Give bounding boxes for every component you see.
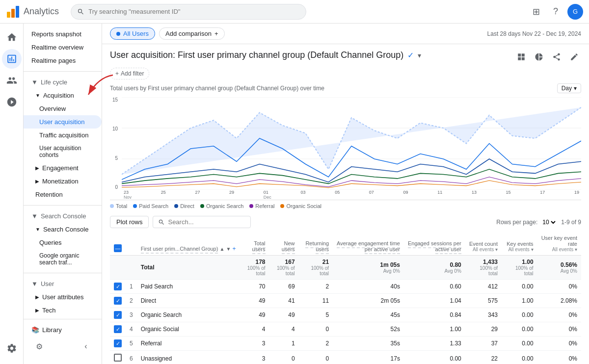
- th-new-users[interactable]: Newusers: [269, 232, 299, 256]
- row-label[interactable]: Unassigned: [137, 351, 240, 364]
- sidebar-people-icon[interactable]: [2, 71, 22, 90]
- th-avg-engagement-label: Average engagement timeper active user: [337, 240, 400, 254]
- row-label[interactable]: Paid Search: [137, 280, 240, 294]
- all-users-btn[interactable]: All Users: [110, 27, 155, 40]
- user-avatar[interactable]: G: [567, 4, 583, 20]
- plot-rows-btn[interactable]: Plot rows: [110, 216, 149, 228]
- nav-user-section[interactable]: ▼ User: [24, 277, 102, 290]
- legend-total[interactable]: Total: [110, 203, 127, 209]
- row-cb-cell[interactable]: ✓: [110, 308, 126, 322]
- row-label[interactable]: Referral: [137, 337, 240, 351]
- add-comparison-btn[interactable]: Add comparison +: [159, 27, 225, 40]
- legend-direct[interactable]: Direct: [174, 203, 194, 209]
- nav-monetization-group[interactable]: ▶ Monetization: [24, 175, 102, 188]
- sidebar-target-icon[interactable]: [2, 92, 22, 112]
- th-returning-users-label: Returningusers: [305, 240, 329, 254]
- th-user-key-event-rate-sub[interactable]: All events ▾: [541, 247, 577, 252]
- row-checkbox[interactable]: ✓: [114, 283, 122, 290]
- row-cb-cell[interactable]: [110, 351, 126, 364]
- nav-user-acquisition-cohorts[interactable]: User acquisition cohorts: [24, 142, 102, 161]
- engagement-label: Engagement: [42, 164, 79, 172]
- row-key-events: 0.00: [502, 308, 537, 322]
- header-checkbox[interactable]: —: [114, 244, 122, 252]
- legend-referral[interactable]: Referral: [249, 203, 274, 209]
- row-cb-cell[interactable]: ✓: [110, 337, 126, 351]
- row-cb-cell[interactable]: ✓: [110, 294, 126, 308]
- rows-per-page-select[interactable]: 10 25 50: [540, 218, 557, 226]
- nav-lifecycle-section[interactable]: ▼ Life cycle: [24, 76, 102, 89]
- sidebar-settings-icon[interactable]: [2, 338, 22, 358]
- th-user-key-event-rate[interactable]: User key eventrate All events ▾: [537, 232, 581, 256]
- sidebar-chart-icon[interactable]: [2, 49, 22, 69]
- nav-collapse-icon[interactable]: ‹: [78, 338, 94, 354]
- nav-settings-icon[interactable]: ⚙: [31, 338, 47, 354]
- row-checkbox[interactable]: ✓: [114, 339, 122, 347]
- grid-view-icon[interactable]: [514, 50, 528, 64]
- nav-tech-group[interactable]: ▶ Tech: [24, 304, 102, 317]
- nav-reports-snapshot[interactable]: Reports snapshot: [24, 27, 102, 41]
- row-label[interactable]: Direct: [137, 294, 240, 308]
- row-checkbox[interactable]: [114, 354, 122, 362]
- search-input[interactable]: [88, 8, 300, 15]
- row-checkbox[interactable]: ✓: [114, 311, 122, 319]
- nav-search-console-group[interactable]: ▼ Search Console: [24, 223, 102, 236]
- row-checkbox[interactable]: ✓: [114, 325, 122, 333]
- row-label[interactable]: Organic Social: [137, 322, 240, 337]
- nav-overview[interactable]: Overview: [24, 102, 102, 115]
- apps-icon[interactable]: ⊞: [528, 4, 544, 20]
- share-icon[interactable]: [550, 50, 563, 64]
- nav-user-acquisition[interactable]: User acquisition: [24, 115, 102, 129]
- th-event-count[interactable]: Event count All events ▾: [465, 232, 502, 256]
- legend-paid-search[interactable]: Paid Search: [133, 203, 168, 209]
- search-bar[interactable]: [71, 4, 306, 20]
- chart-svg: 23 25 27 29 Nov 01 Dec 03 05 07 09 11 13…: [122, 97, 581, 190]
- th-avg-engagement[interactable]: Average engagement timeper active user: [333, 232, 404, 256]
- row-num: 3: [126, 308, 137, 322]
- chart-container: 15 10 5 0: [110, 97, 581, 200]
- table-search-input[interactable]: [168, 218, 241, 226]
- table-row: ✓ 2 Direct 49 41 11 2m 05s 1.04 575 1.00…: [110, 294, 581, 308]
- edit-icon[interactable]: [567, 50, 581, 64]
- nav-realtime-overview[interactable]: Realtime overview: [24, 41, 102, 54]
- row-cb-cell[interactable]: ✓: [110, 322, 126, 337]
- y-axis-zero: 0: [115, 184, 118, 190]
- th-channel-sort-asc: ▲: [219, 246, 224, 252]
- table-search[interactable]: [153, 216, 251, 228]
- nav-user-attributes-group[interactable]: ▶ User attributes: [24, 290, 102, 304]
- legend-label-organic: Organic Search: [206, 203, 243, 209]
- nav-google-organic[interactable]: Google organic search traf...: [24, 249, 102, 269]
- th-event-count-sub[interactable]: All events ▾: [469, 247, 498, 252]
- row-cb-cell[interactable]: ✓: [110, 280, 126, 294]
- nav-queries[interactable]: Queries: [24, 236, 102, 249]
- nav-realtime-pages[interactable]: Realtime pages: [24, 54, 102, 67]
- help-icon[interactable]: ?: [548, 4, 563, 20]
- page-title-text: User acquisition: First user primary cha…: [110, 50, 403, 60]
- th-key-events[interactable]: Key events All events ▾: [502, 232, 537, 256]
- nav-traffic-acquisition[interactable]: Traffic acquisition: [24, 129, 102, 142]
- row-user-key-event-rate: 0%: [537, 280, 581, 294]
- nav-retention[interactable]: Retention: [24, 188, 102, 201]
- title-chevron-icon[interactable]: ▾: [418, 52, 421, 59]
- chart-header: Total users by First user primary channe…: [110, 83, 581, 93]
- th-channel[interactable]: First user prim...Channel Group) ▲ ▼ +: [137, 232, 240, 256]
- th-engaged-sessions[interactable]: Engaged sessions peractive user: [404, 232, 465, 256]
- total-user-key-event-rate: 0.56%Avg 0%: [537, 256, 581, 280]
- th-returning-users[interactable]: Returningusers: [299, 232, 333, 256]
- nav-engagement-group[interactable]: ▶ Engagement: [24, 161, 102, 175]
- row-checkbox[interactable]: ✓: [114, 297, 122, 305]
- nav-library[interactable]: 📚 Library: [24, 323, 102, 337]
- th-channel-add[interactable]: +: [232, 245, 236, 252]
- sidebar-home-icon[interactable]: [2, 27, 22, 47]
- chart-day-control[interactable]: Day ▾: [557, 83, 581, 93]
- th-checkbox[interactable]: —: [110, 232, 126, 256]
- row-label[interactable]: Organic Search: [137, 308, 240, 322]
- th-key-events-sub[interactable]: All events ▾: [506, 247, 534, 252]
- th-total-users[interactable]: Totalusers: [240, 232, 269, 256]
- pie-chart-icon[interactable]: [532, 50, 546, 64]
- legend-organic-social[interactable]: Organic Social: [280, 203, 321, 209]
- legend-organic-search[interactable]: Organic Search: [200, 203, 243, 209]
- nav-search-console-section[interactable]: ▼ Search Console: [24, 209, 102, 223]
- add-filter-btn[interactable]: + Add filter: [110, 68, 149, 79]
- nav-acquisition-group[interactable]: ▼ Acquisition: [24, 89, 102, 102]
- legend-dot-referral: [249, 204, 253, 208]
